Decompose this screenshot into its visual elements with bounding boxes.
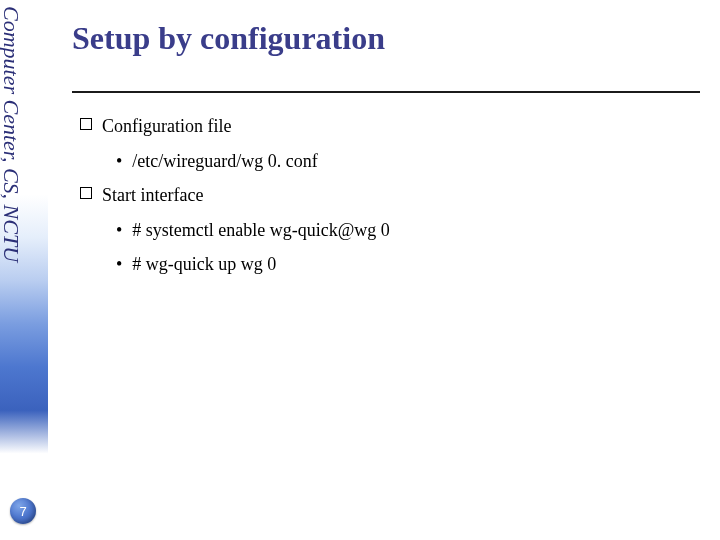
list-item: Start interface: [80, 180, 700, 211]
square-bullet-icon: [80, 118, 92, 130]
bullet-dot-icon: •: [116, 249, 122, 280]
list-item: • /etc/wireguard/wg 0. conf: [116, 146, 700, 177]
bullet-dot-icon: •: [116, 215, 122, 246]
list-item-text: /etc/wireguard/wg 0. conf: [132, 146, 317, 177]
title-underline: [72, 91, 700, 93]
section-heading: Configuration file: [102, 111, 231, 142]
slide: Computer Center, CS, NCTU 7 Setup by con…: [0, 0, 720, 540]
slide-title: Setup by configuration: [72, 20, 700, 57]
list-item: Configuration file: [80, 111, 700, 142]
slide-body: Configuration file • /etc/wireguard/wg 0…: [72, 111, 700, 280]
list-item-text: # systemctl enable wg-quick@wg 0: [132, 215, 390, 246]
list-item: • # wg-quick up wg 0: [116, 249, 700, 280]
section-heading: Start interface: [102, 180, 203, 211]
page-number-badge: 7: [10, 498, 36, 524]
bullet-dot-icon: •: [116, 146, 122, 177]
list-item-text: # wg-quick up wg 0: [132, 249, 276, 280]
square-bullet-icon: [80, 187, 92, 199]
list-item: • # systemctl enable wg-quick@wg 0: [116, 215, 700, 246]
sidebar: Computer Center, CS, NCTU 7: [0, 0, 48, 540]
slide-content: Setup by configuration Configuration fil…: [64, 0, 720, 540]
sidebar-org-text: Computer Center, CS, NCTU: [0, 6, 24, 262]
page-number: 7: [19, 504, 26, 519]
